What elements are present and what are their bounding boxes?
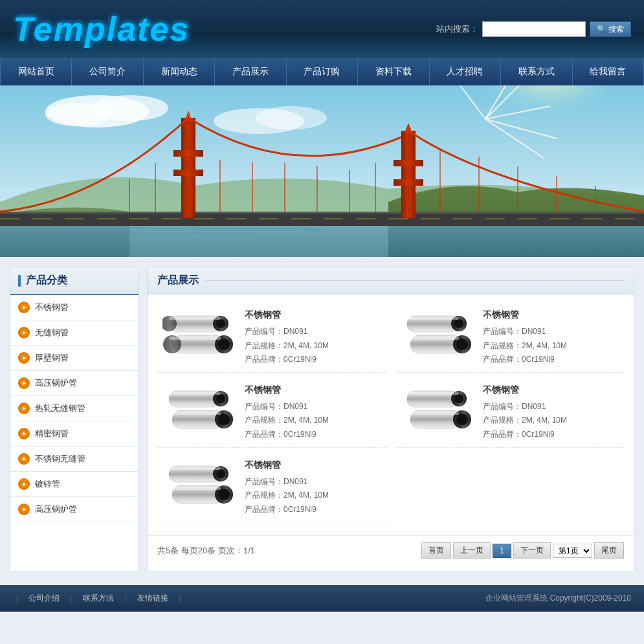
product-name-1: 不锈钢管 [483, 309, 619, 321]
sidebar-item-7[interactable]: 镀锌管 [10, 472, 139, 497]
svg-point-10 [45, 103, 110, 126]
svg-rect-14 [0, 212, 644, 226]
nav-item-order[interactable]: 产品订购 [287, 58, 358, 85]
product-spec-4: 产品规格：2M, 4M, 10M [245, 489, 386, 503]
nav-item-download[interactable]: 资料下载 [358, 58, 429, 85]
pagination-area: 共5条 每页20条 页次：1/1 首页 上一页 1 下一页 第1页 尾页 [148, 535, 634, 572]
sidebar-icon-3 [18, 377, 30, 389]
page-info: 共5条 每页20条 页次：1/1 [157, 545, 255, 557]
svg-rect-19 [173, 150, 203, 157]
product-name-0: 不锈钢管 [245, 309, 381, 321]
product-info-3: 不锈钢管 产品编号：DN091 产品规格：2M, 4M, 10M 产品品牌：0C… [483, 384, 619, 442]
product-item-3[interactable]: 不锈钢管 产品编号：DN091 产品规格：2M, 4M, 10M 产品品牌：0C… [395, 379, 624, 448]
sidebar-item-label-2: 厚壁钢管 [35, 352, 69, 364]
product-code-3: 产品编号：DN091 [483, 400, 619, 414]
svg-rect-49 [169, 337, 221, 340]
logo: Templates [13, 10, 190, 49]
product-code-2: 产品编号：DN091 [245, 400, 381, 414]
page-prev-button[interactable]: 上一页 [453, 542, 491, 559]
sidebar-item-label-7: 镀锌管 [35, 478, 60, 490]
nav-item-products[interactable]: 产品展示 [215, 58, 286, 85]
product-spec-0: 产品规格：2M, 4M, 10M [245, 339, 381, 353]
page-select[interactable]: 第1页 [553, 544, 592, 558]
product-thumb-3 [401, 384, 475, 436]
search-input[interactable] [482, 21, 586, 37]
search-label: 站内搜索： [436, 23, 478, 35]
products-title-text: 产品展示 [157, 274, 199, 287]
product-row-1: 不锈钢管 产品编号：DN091 产品规格：2M, 4M, 10M 产品品牌：0C… [157, 304, 624, 373]
sidebar-icon-0 [18, 302, 30, 313]
sidebar-item-label-8: 高压锅炉管 [35, 504, 77, 515]
svg-rect-20 [173, 170, 203, 176]
footer-link-0[interactable]: 公司介绍 [28, 593, 60, 604]
product-info-4: 不锈钢管 产品编号：DN091 产品规格：2M, 4M, 10M 产品品牌：0C… [245, 460, 386, 517]
footer-link-1[interactable]: 联系方法 [83, 593, 114, 604]
svg-rect-57 [407, 337, 459, 340]
sidebar-item-5[interactable]: 精密钢管 [10, 421, 139, 447]
svg-rect-66 [169, 392, 221, 395]
sidebar-icon-6 [18, 453, 30, 465]
nav: 网站首页公司简介新闻动态产品展示产品订购资料下载人才招聘联系方式给我留言 [0, 58, 644, 85]
nav-item-recruit[interactable]: 人才招聘 [430, 58, 501, 85]
product-spec-1: 产品规格：2M, 4M, 10M [483, 339, 619, 353]
sidebar-item-label-0: 不锈钢管 [35, 302, 69, 313]
sidebar-item-1[interactable]: 无缝钢管 [10, 320, 139, 346]
product-brand-3: 产品品牌：0Cr19Ni9 [483, 428, 619, 442]
product-info-1: 不锈钢管 产品编号：DN091 产品规格：2M, 4M, 10M 产品品牌：0C… [483, 309, 619, 367]
product-item-1[interactable]: 不锈钢管 产品编号：DN091 产品规格：2M, 4M, 10M 产品品牌：0C… [395, 304, 624, 373]
svg-point-61 [216, 394, 225, 403]
footer-sep-l: ｜ [13, 593, 21, 604]
sidebar-item-label-5: 精密钢管 [35, 428, 69, 439]
sidebar-items: 不锈钢管 无缝钢管 厚壁钢管 高压锅炉管 热轧无缝钢管 精密钢管 不锈钢无缝管 … [10, 295, 139, 522]
sidebar-item-6[interactable]: 不锈钢无缝管 [10, 447, 139, 472]
svg-point-53 [454, 319, 463, 328]
products-header: 产品展示 [148, 267, 634, 294]
product-code-4: 产品编号：DN091 [245, 475, 386, 489]
footer-link-2[interactable]: 友情链接 [137, 593, 168, 604]
svg-rect-82 [169, 467, 221, 470]
svg-point-69 [454, 394, 463, 403]
nav-item-home[interactable]: 网站首页 [0, 58, 72, 85]
svg-point-64 [218, 414, 230, 425]
svg-rect-18 [188, 118, 189, 218]
product-row-3: 不锈钢管 产品编号：DN091 产品规格：2M, 4M, 10M 产品品牌：0C… [157, 454, 624, 523]
sidebar-item-3[interactable]: 高压锅炉管 [10, 371, 139, 396]
sidebar-item-8[interactable]: 高压锅炉管 [10, 497, 139, 522]
page-last-button[interactable]: 尾页 [594, 542, 624, 559]
product-name-4: 不锈钢管 [245, 460, 386, 471]
svg-point-56 [456, 339, 468, 350]
sidebar-item-0[interactable]: 不锈钢管 [10, 295, 139, 320]
products-title-line [205, 280, 624, 281]
product-thumb-1 [401, 309, 475, 361]
sidebar-item-2[interactable]: 厚壁钢管 [10, 346, 139, 371]
page-current-button[interactable]: 1 [493, 544, 511, 558]
sidebar-item-4[interactable]: 热轧无缝钢管 [10, 396, 139, 421]
nav-item-contact[interactable]: 联系方式 [501, 58, 572, 85]
nav-item-about[interactable]: 公司简介 [72, 58, 143, 85]
product-thumb-4 [162, 460, 237, 511]
svg-rect-24 [408, 131, 409, 218]
search-button[interactable]: 🔍 搜索 [590, 21, 631, 37]
product-info-0: 不锈钢管 产品编号：DN091 产品规格：2M, 4M, 10M 产品品牌：0C… [245, 309, 381, 367]
page-buttons: 首页 上一页 1 下一页 第1页 尾页 [421, 542, 624, 559]
sidebar-item-label-3: 高压锅炉管 [35, 377, 77, 389]
svg-rect-26 [394, 179, 423, 186]
footer-copyright: 企业网站管理系统 Copyright(C)2009-2010 [485, 593, 631, 604]
product-item-0[interactable]: 不锈钢管 产品编号：DN091 产品规格：2M, 4M, 10M 产品品牌：0C… [157, 304, 386, 373]
product-info-2: 不锈钢管 产品编号：DN091 产品规格：2M, 4M, 10M 产品品牌：0C… [245, 384, 381, 442]
header: Templates 站内搜索： 🔍 搜索 [0, 0, 644, 58]
sidebar: 产品分类 不锈钢管 无缝钢管 厚壁钢管 高压锅炉管 热轧无缝钢管 精密钢管 不锈… [10, 267, 139, 572]
page-next-button[interactable]: 下一页 [513, 542, 551, 559]
nav-item-news[interactable]: 新闻动态 [144, 58, 215, 85]
nav-item-message[interactable]: 给我留言 [573, 58, 644, 85]
product-item-4[interactable]: 不锈钢管 产品编号：DN091 产品规格：2M, 4M, 10M 产品品牌：0C… [157, 454, 391, 523]
page-first-button[interactable]: 首页 [421, 542, 451, 559]
sidebar-icon-5 [18, 428, 30, 439]
product-row-2: 不锈钢管 产品编号：DN091 产品规格：2M, 4M, 10M 产品品牌：0C… [157, 379, 624, 448]
product-brand-4: 产品品牌：0Cr19Ni9 [245, 503, 386, 517]
search-icon: 🔍 [597, 25, 606, 34]
svg-rect-65 [169, 412, 221, 415]
products-grid: 不锈钢管 产品编号：DN091 产品规格：2M, 4M, 10M 产品品牌：0C… [148, 294, 634, 532]
product-item-2[interactable]: 不锈钢管 产品编号：DN091 产品规格：2M, 4M, 10M 产品品牌：0C… [157, 379, 386, 448]
svg-point-80 [218, 489, 230, 500]
